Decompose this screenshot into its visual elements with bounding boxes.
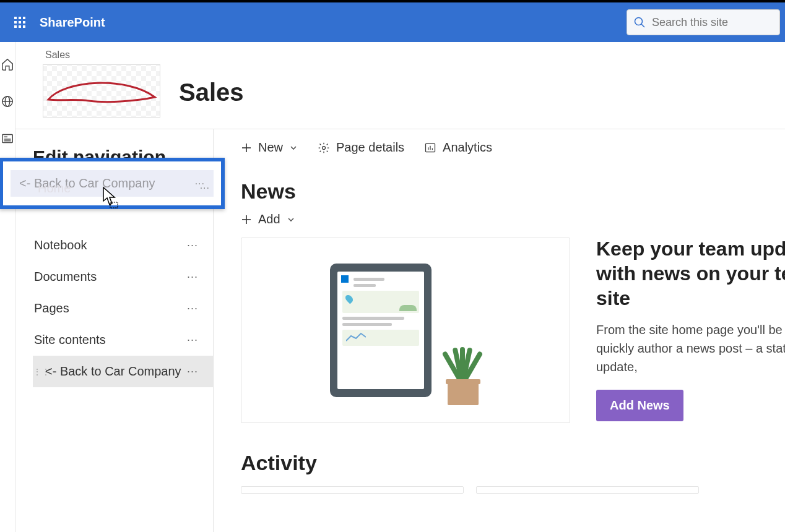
add-label: Add <box>258 212 280 226</box>
news-icon <box>1 132 14 145</box>
nav-item-pages[interactable]: Pages ··· <box>33 293 213 324</box>
activity-cards <box>241 486 785 494</box>
plant-illustration-icon <box>444 337 481 405</box>
svg-line-1 <box>641 24 644 27</box>
drag-ghost-faint-label: Home <box>38 181 71 195</box>
nav-item-label: Site contents <box>33 333 106 347</box>
add-news-dropdown[interactable]: Add <box>241 212 785 226</box>
global-rail <box>0 42 15 532</box>
drag-handle-icon[interactable]: ⋮⋮ <box>33 367 40 377</box>
chevron-down-icon <box>289 144 298 152</box>
search-input[interactable] <box>652 16 773 29</box>
nav-item-label: Notebook <box>33 238 87 252</box>
news-empty-card <box>241 238 570 423</box>
more-icon[interactable]: ··· <box>187 302 202 315</box>
more-icon[interactable]: ··· <box>187 270 202 283</box>
analytics-button[interactable]: Analytics <box>424 140 492 155</box>
nav-item-label: Documents <box>33 270 97 284</box>
plus-icon <box>241 214 252 225</box>
analytics-icon <box>424 142 436 154</box>
gear-icon <box>318 142 330 154</box>
svg-point-14 <box>323 146 326 149</box>
more-icon[interactable]: ··· <box>187 365 202 378</box>
page-content: New Page details Analytics News Ad <box>214 129 785 532</box>
nav-item-site-contents[interactable]: Site contents ··· <box>33 324 213 356</box>
plus-icon <box>241 142 252 153</box>
add-news-button[interactable]: Add News <box>596 390 683 421</box>
site-logo[interactable] <box>43 64 160 118</box>
new-label: New <box>258 140 283 155</box>
globe-icon <box>1 95 14 108</box>
page-details-button[interactable]: Page details <box>318 140 404 155</box>
analytics-label: Analytics <box>443 140 492 155</box>
edit-navigation-panel: Edit navigation <- Back to Car Company H… <box>15 129 214 532</box>
nav-item-documents[interactable]: Documents ··· <box>33 261 213 293</box>
site-header: Sales Sales <box>15 42 785 129</box>
svg-point-0 <box>635 18 643 25</box>
nav-item-notebook[interactable]: Notebook ··· <box>33 230 213 261</box>
nav-item-label: <- Back to Car Company <box>44 364 187 379</box>
chevron-down-icon <box>287 215 295 224</box>
rail-globe-button[interactable] <box>0 94 15 109</box>
more-icon[interactable]: ··· <box>200 182 210 194</box>
activity-card[interactable] <box>476 486 699 494</box>
search-box[interactable] <box>627 9 780 35</box>
tablet-illustration-icon <box>330 264 432 397</box>
more-icon[interactable]: ··· <box>187 333 202 346</box>
command-bar: New Page details Analytics <box>241 140 785 155</box>
news-section-title: News <box>241 179 785 204</box>
more-icon[interactable]: ··· <box>187 239 202 252</box>
nav-item-drag-ghost[interactable]: <- Back to Car Company Home ··· ··· <box>0 158 225 209</box>
waffle-icon <box>14 17 25 28</box>
suite-bar: SharePoint <box>0 2 785 42</box>
nav-item-back-to-car-company[interactable]: ⋮⋮ <- Back to Car Company ··· <box>33 356 213 387</box>
car-logo-icon <box>46 79 158 106</box>
svg-rect-5 <box>2 135 13 143</box>
activity-section-title: Activity <box>241 451 785 475</box>
cursor-icon <box>102 186 121 208</box>
rail-home-button[interactable] <box>0 57 15 72</box>
search-icon <box>633 16 646 28</box>
home-icon <box>1 58 14 71</box>
news-body: From the site home page you'll be able t… <box>596 320 785 376</box>
app-launcher-button[interactable] <box>5 7 35 37</box>
site-breadcrumb[interactable]: Sales <box>45 49 160 61</box>
page-details-label: Page details <box>336 140 404 155</box>
site-title: Sales <box>179 79 244 106</box>
activity-card[interactable] <box>241 486 464 494</box>
new-button[interactable]: New <box>241 140 298 155</box>
rail-news-button[interactable] <box>0 131 15 146</box>
app-name[interactable]: SharePoint <box>40 15 105 30</box>
nav-item-label: Pages <box>33 301 69 315</box>
news-headline: Keep your team updated with news on your… <box>596 236 785 311</box>
